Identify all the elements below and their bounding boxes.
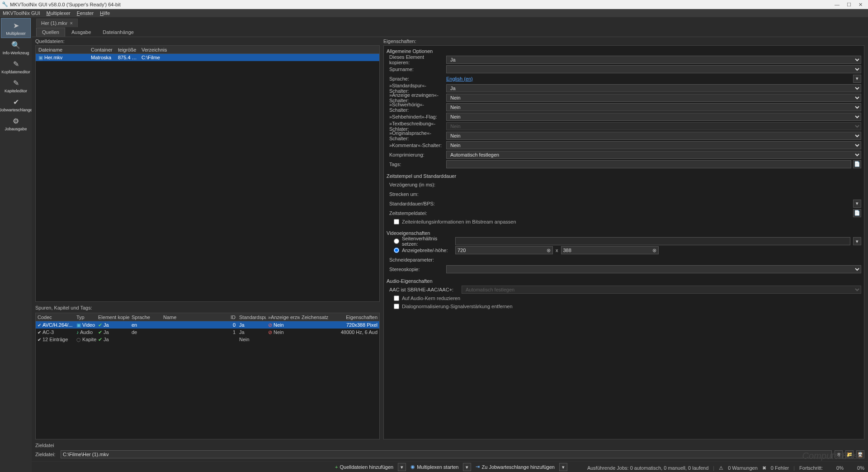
check-bitstream[interactable] bbox=[394, 219, 399, 224]
clear-width-icon[interactable]: ⊗ bbox=[547, 248, 551, 253]
maximize-icon[interactable]: ☐ bbox=[847, 2, 851, 8]
input-tags[interactable] bbox=[446, 160, 851, 168]
col-copy[interactable]: Element kopieren bbox=[96, 315, 130, 320]
col-codec[interactable]: Codec bbox=[36, 315, 75, 320]
col-size[interactable]: teigröße bbox=[115, 47, 139, 52]
to-queue-menu-icon[interactable]: ▾ bbox=[559, 463, 567, 471]
track-row-video[interactable]: AVC/H.264/... ▣ Video ✔ Ja en 0 Ja ⊘ Nei… bbox=[36, 321, 379, 329]
properties-label: Eigenschaften: bbox=[383, 37, 864, 45]
col-directory[interactable]: Verzeichnis bbox=[139, 47, 379, 52]
recent-dest-icon[interactable]: 📋 bbox=[856, 450, 864, 458]
play-icon: ◉ bbox=[410, 464, 415, 470]
check-reduce-core[interactable] bbox=[394, 296, 399, 301]
select-blind-flag[interactable]: Nein bbox=[446, 113, 861, 121]
input-width[interactable]: 720⊗ bbox=[455, 246, 553, 254]
properties-panel: Allgemeine Optionen Dieses Element kopie… bbox=[383, 45, 864, 439]
input-duration[interactable] bbox=[446, 200, 851, 208]
to-queue-button[interactable]: ⇥Zu Jobwarteschlange hinzufügen bbox=[473, 463, 557, 471]
tool-header-editor[interactable]: ✎ Kopfdateneditor bbox=[1, 57, 31, 76]
input-destfile[interactable] bbox=[61, 450, 832, 458]
chapter-type-icon: ◌ bbox=[76, 337, 81, 342]
language-link[interactable]: English (en) bbox=[446, 76, 851, 81]
menubar: MKVToolNix GUI Multiplexer Fenster Hilfe bbox=[0, 9, 868, 17]
close-tab-icon[interactable]: × bbox=[70, 20, 72, 26]
col-filename[interactable]: Dateiname bbox=[36, 47, 88, 52]
chapter-icon: ✎ bbox=[10, 78, 22, 88]
tab-sources[interactable]: Quellen bbox=[36, 28, 65, 37]
add-sources-menu-icon[interactable]: ▾ bbox=[398, 463, 406, 471]
select-trackname[interactable] bbox=[446, 65, 861, 73]
edit-icon: ✎ bbox=[10, 59, 22, 69]
mux-subtabs: Quellen Ausgabe Dateianhänge bbox=[32, 27, 868, 37]
tab-attachments[interactable]: Dateianhänge bbox=[97, 28, 139, 36]
col-id[interactable]: ID bbox=[228, 315, 237, 320]
select-default-switch[interactable]: Ja bbox=[446, 84, 861, 92]
col-props[interactable]: Eigenschaften bbox=[334, 315, 379, 320]
clear-height-icon[interactable]: ⊗ bbox=[652, 248, 656, 253]
radio-aspect[interactable] bbox=[394, 238, 399, 244]
track-row-audio[interactable]: AC-3 ♪ Audio ✔ Ja de 1 Ja ⊘ Nein 48000 H… bbox=[36, 329, 379, 336]
label-tsfile: Zeitstempeldatei: bbox=[387, 210, 443, 216]
clear-dest-icon[interactable]: ⊗ bbox=[835, 450, 843, 458]
mux-start-menu-icon[interactable]: ▾ bbox=[463, 463, 471, 471]
menu-multiplexer[interactable]: Multiplexer bbox=[47, 10, 71, 16]
col-forced[interactable]: »Anzeige erzwinge bbox=[266, 315, 300, 320]
col-name[interactable]: Name bbox=[161, 315, 228, 320]
select-origlang-switch[interactable]: Nein bbox=[446, 132, 861, 140]
input-aspect bbox=[455, 237, 850, 245]
browse-dest-icon[interactable]: 📁 bbox=[845, 450, 854, 458]
window-title: MKVToolNix GUI v58.0.0 ('Supper's Ready'… bbox=[10, 2, 121, 7]
tool-info[interactable]: 🔍 Info-Werkzeug bbox=[1, 38, 31, 57]
col-language[interactable]: Sprache bbox=[130, 315, 161, 320]
radio-dimensions[interactable] bbox=[394, 248, 399, 253]
select-force-switch[interactable]: Nein bbox=[446, 94, 861, 102]
mux-start-button[interactable]: ◉Multiplexen starten bbox=[408, 463, 461, 471]
label-stretch: Strecken um: bbox=[387, 191, 443, 197]
tool-job-output[interactable]: ⚙ Jobausgabe bbox=[1, 114, 31, 133]
plus-icon: + bbox=[335, 464, 338, 470]
input-stretch[interactable] bbox=[446, 190, 861, 198]
browse-tsfile-icon[interactable]: 📄 bbox=[853, 209, 861, 217]
file-tab[interactable]: Her (1).mkv × bbox=[36, 19, 78, 27]
input-delay[interactable] bbox=[446, 181, 861, 189]
source-row[interactable]: ▣Her.mkv Matroska 875.4 … C:\Filme bbox=[36, 54, 379, 61]
input-height[interactable]: 388⊗ bbox=[561, 246, 659, 254]
label-origlang-switch: »Originalsprache«-Schalter: bbox=[387, 130, 443, 141]
label-copy-element: Dieses Element kopieren: bbox=[387, 54, 443, 65]
select-comment-switch[interactable]: Nein bbox=[446, 141, 861, 149]
tab-output[interactable]: Ausgabe bbox=[66, 28, 96, 36]
dim-separator: x bbox=[556, 248, 558, 253]
col-container[interactable]: Container bbox=[88, 47, 115, 52]
input-tsfile[interactable] bbox=[446, 209, 851, 217]
tool-multiplexer[interactable]: ➤ Multiplexer bbox=[1, 18, 31, 38]
status-errors: 0 Fehler bbox=[771, 465, 789, 471]
select-stereo[interactable] bbox=[446, 265, 861, 273]
language-edit-icon[interactable]: ▾ bbox=[853, 75, 861, 83]
select-copy-element[interactable]: Ja bbox=[446, 56, 861, 64]
check-dialnorm[interactable] bbox=[394, 304, 399, 309]
minimize-icon[interactable]: — bbox=[835, 2, 840, 8]
add-sources-button[interactable]: +Quelldateien hinzufügen bbox=[332, 463, 396, 471]
col-default[interactable]: Standardspur bbox=[237, 315, 266, 320]
label-trackname: Spurname: bbox=[387, 67, 443, 72]
menu-help[interactable]: Hilfe bbox=[100, 10, 110, 16]
duration-dropdown-icon[interactable]: ▾ bbox=[853, 200, 861, 208]
aspect-dropdown-icon[interactable]: ▾ bbox=[853, 237, 861, 245]
browse-tags-icon[interactable]: 📄 bbox=[853, 160, 861, 168]
track-row-chapters[interactable]: 12 Einträge ◌ Kapitel ✔ Ja Nein bbox=[36, 336, 379, 343]
tracks-label: Spuren, Kapitel und Tags: bbox=[35, 304, 380, 312]
select-deaf-switch[interactable]: Nein bbox=[446, 103, 861, 111]
col-charset[interactable]: Zeichensatz bbox=[300, 315, 334, 320]
input-crop[interactable] bbox=[446, 256, 861, 264]
file-tabs: Her (1).mkv × bbox=[32, 17, 868, 27]
label-language: Sprache: bbox=[387, 76, 443, 81]
select-compression[interactable]: Automatisch festlegen bbox=[446, 151, 861, 159]
label-aac: AAC ist SBR/HE-AAC/AAC+: bbox=[387, 287, 459, 292]
col-type[interactable]: Typ bbox=[75, 315, 96, 320]
close-icon[interactable]: ✕ bbox=[859, 2, 863, 8]
tool-job-queue[interactable]: ✔ Jobwarteschlange bbox=[1, 95, 31, 114]
audio-type-icon: ♪ bbox=[76, 329, 79, 335]
menu-window[interactable]: Fenster bbox=[77, 10, 94, 16]
tool-chapter-editor[interactable]: ✎ Kapiteleditor bbox=[1, 76, 31, 95]
menu-app[interactable]: MKVToolNix GUI bbox=[3, 10, 40, 16]
